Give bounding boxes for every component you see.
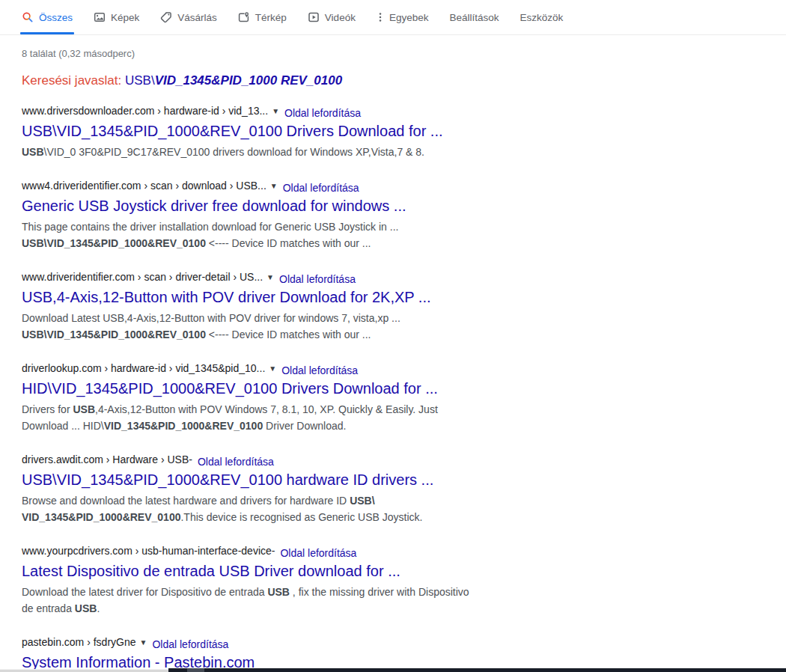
- result-stats: 8 találat (0,32 másodperc): [22, 48, 786, 59]
- taskbar-edge-dark: [168, 668, 786, 672]
- search-result-4: driverlookup.com › hardware-id › vid_134…: [22, 362, 516, 434]
- result-snippet: Download Latest USB,4-Axis,12-Button wit…: [22, 310, 516, 343]
- snippet-text: Download the latest driver for Dispositi…: [22, 586, 267, 598]
- tab-settings[interactable]: Beállítások: [449, 0, 499, 34]
- snippet-text: Download ... HID\: [22, 420, 104, 432]
- result-snippet: This page contains the driver installati…: [22, 219, 516, 251]
- search-icon: [22, 11, 34, 23]
- search-result-7: pastebin.com › fsdryGne▼Oldal lefordítás…: [22, 636, 516, 672]
- suggestion-query-emphasis: VID_1345&PID_1000 REV_0100: [155, 73, 342, 88]
- results-list: www.driversdownloader.com › hardware-id …: [22, 105, 786, 672]
- result-title-link[interactable]: HID\VID_1345&PID_1000&REV_0100 Drivers D…: [22, 379, 516, 398]
- snippet-text: , fix the missing driver with Dispositiv…: [290, 586, 469, 598]
- result-title-link[interactable]: USB\VID_1345&PID_1000&REV_0100 hardware …: [22, 470, 516, 489]
- images-icon: [94, 11, 106, 23]
- snippet-text: Drivers for: [22, 403, 73, 415]
- snippet-text: \VID_0 3F0&PID_9C17&REV_0100 drivers dow…: [44, 146, 424, 158]
- snippet-text: ,4-Axis,12-Button with POV Windows 7, 8.…: [95, 403, 438, 415]
- search-result-6: www.yourpcdrivers.com › usb-human-interf…: [22, 545, 516, 617]
- tab-label: Videók: [325, 12, 356, 23]
- result-breadcrumb-line: www4.driveridentifier.com › scan › downl…: [22, 180, 516, 192]
- translate-page-link[interactable]: Oldal lefordítása: [280, 547, 356, 560]
- shopping-icon: [160, 11, 172, 23]
- tab-tools[interactable]: Eszközök: [520, 0, 564, 34]
- translate-page-link[interactable]: Oldal lefordítása: [281, 364, 358, 377]
- more-icon: [377, 11, 384, 23]
- snippet-text: <---- Device ID matches with our ...: [206, 237, 371, 249]
- breadcrumb: www.yourpcdrivers.com › usb-human-interf…: [22, 545, 275, 557]
- snippet-highlight: USB\VID_1345&PID_1000&REV_0100: [22, 329, 206, 340]
- search-result-2: www4.driveridentifier.com › scan › downl…: [22, 180, 516, 251]
- snippet-highlight: USB: [75, 602, 97, 614]
- translate-page-link[interactable]: Oldal lefordítása: [284, 107, 361, 120]
- tab-all[interactable]: Összes: [22, 0, 73, 34]
- snippet-text: Driver Download.: [263, 420, 346, 432]
- snippet-text: This page contains the driver installati…: [22, 221, 398, 233]
- snippet-text: .: [97, 602, 100, 614]
- suggestion-query-plain: USB\: [125, 73, 155, 88]
- result-snippet: USB\VID_0 3F0&PID_9C17&REV_0100 drivers …: [22, 144, 516, 160]
- breadcrumb: www.driversdownloader.com › hardware-id …: [22, 105, 268, 117]
- snippet-highlight: USB: [22, 146, 44, 158]
- chevron-down-icon[interactable]: ▼: [272, 105, 279, 117]
- taskbar-edge-segment: [187, 668, 204, 672]
- result-title-link[interactable]: Latest Dispositivo de entrada USB Driver…: [22, 561, 516, 581]
- result-title-link[interactable]: USB\VID_1345&PID_1000&REV_0100 Drivers D…: [22, 121, 516, 141]
- breadcrumb: www4.driveridentifier.com › scan › downl…: [22, 180, 266, 192]
- breadcrumb: drivers.awdit.com › Hardware › USB-: [22, 453, 192, 465]
- snippet-highlight: VID_1345&PID_1000&REV_0100: [104, 420, 263, 432]
- result-breadcrumb-line: driverlookup.com › hardware-id › vid_134…: [22, 362, 516, 375]
- snippet-highlight: USB: [73, 403, 95, 415]
- breadcrumb: www.driveridentifier.com › scan › driver…: [22, 271, 263, 283]
- chevron-down-icon[interactable]: ▼: [269, 362, 276, 375]
- tab-images[interactable]: Képek: [94, 0, 139, 34]
- chevron-down-icon[interactable]: ▼: [270, 180, 278, 192]
- chevron-down-icon[interactable]: ▼: [140, 636, 147, 649]
- result-breadcrumb-line: www.driveridentifier.com › scan › driver…: [22, 271, 516, 284]
- breadcrumb: pastebin.com › fsdryGne: [22, 636, 136, 648]
- translate-page-link[interactable]: Oldal lefordítása: [152, 638, 228, 651]
- snippet-text: .This device is recognised as Generic US…: [180, 511, 422, 523]
- tab-label: Eszközök: [520, 12, 564, 23]
- tab-label: Képek: [111, 12, 139, 23]
- tab-more[interactable]: Egyebek: [377, 0, 429, 34]
- translate-page-link[interactable]: Oldal lefordítása: [279, 273, 356, 286]
- tab-shopping[interactable]: Vásárlás: [160, 0, 217, 34]
- result-breadcrumb-line: www.yourpcdrivers.com › usb-human-interf…: [22, 545, 516, 558]
- suggestion-label: Keresési javaslat:: [22, 73, 121, 88]
- snippet-text: Browse and download the latest hardware …: [22, 495, 350, 507]
- chevron-down-icon[interactable]: ▼: [266, 271, 274, 284]
- snippet-text: Download Latest USB,4-Axis,12-Button wit…: [22, 312, 400, 324]
- translate-page-link[interactable]: Oldal lefordítása: [283, 182, 359, 195]
- snippet-highlight: VID_1345&PID_1000&REV_0100: [22, 511, 180, 523]
- tab-label: Vásárlás: [177, 12, 217, 23]
- result-snippet: Drivers for USB,4-Axis,12-Button with PO…: [22, 401, 516, 434]
- snippet-highlight: USB\: [350, 495, 374, 507]
- snippet-highlight: USB: [267, 586, 290, 598]
- tab-label: Összes: [39, 12, 73, 23]
- result-title-link[interactable]: USB,4-Axis,12-Button with POV driver Dow…: [22, 287, 516, 307]
- search-tabs: ÖsszesKépekVásárlásTérképVideókEgyebekBe…: [0, 0, 786, 35]
- results-column: 8 találat (0,32 másodperc) Keresési java…: [0, 48, 786, 672]
- result-breadcrumb-line: pastebin.com › fsdryGne▼Oldal lefordítás…: [22, 636, 516, 649]
- result-breadcrumb-line: drivers.awdit.com › Hardware › USB-Oldal…: [22, 453, 516, 466]
- search-suggestion: Keresési javaslat: USB\VID_1345&PID_1000…: [22, 73, 786, 88]
- videos-icon: [308, 11, 320, 23]
- taskbar-edge: [0, 668, 786, 672]
- tab-maps[interactable]: Térkép: [238, 0, 287, 34]
- tab-label: Egyebek: [389, 12, 429, 23]
- translate-page-link[interactable]: Oldal lefordítása: [198, 456, 274, 468]
- breadcrumb: driverlookup.com › hardware-id › vid_134…: [22, 362, 265, 374]
- search-result-5: drivers.awdit.com › Hardware › USB-Oldal…: [22, 453, 516, 525]
- result-title-link[interactable]: Generic USB Joystick driver free downloa…: [22, 196, 516, 216]
- search-result-1: www.driversdownloader.com › hardware-id …: [22, 105, 516, 160]
- tab-videos[interactable]: Videók: [308, 0, 356, 34]
- search-result-3: www.driveridentifier.com › scan › driver…: [22, 271, 516, 343]
- tab-label: Beállítások: [449, 12, 499, 23]
- result-snippet: Download the latest driver for Dispositi…: [22, 584, 516, 617]
- snippet-text: <---- Device ID matches with our ...: [206, 329, 371, 340]
- maps-icon: [238, 11, 250, 23]
- snippet-highlight: USB\VID_1345&PID_1000&REV_0100: [22, 237, 206, 249]
- suggestion-query-link[interactable]: USB\VID_1345&PID_1000 REV_0100: [125, 73, 342, 88]
- snippet-text: de entrada: [22, 602, 75, 614]
